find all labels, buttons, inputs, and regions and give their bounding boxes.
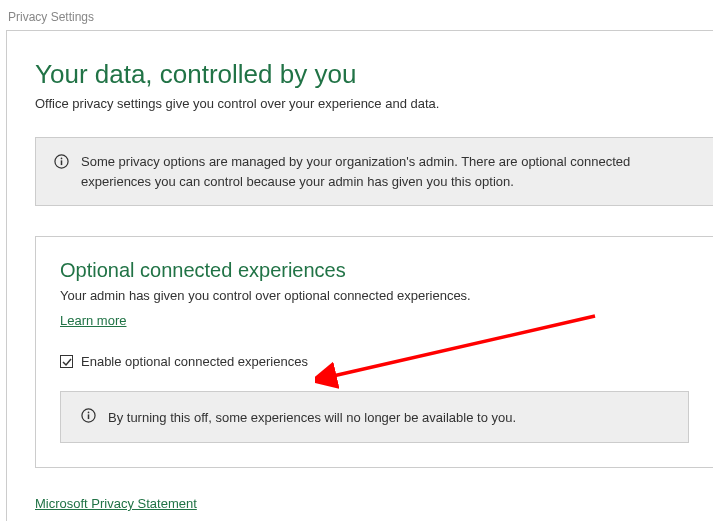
turn-off-notice: By turning this off, some experiences wi… bbox=[60, 391, 689, 443]
svg-rect-2 bbox=[61, 160, 63, 165]
enable-optional-checkbox-row[interactable]: Enable optional connected experiences bbox=[60, 354, 689, 369]
admin-notice-banner: Some privacy options are managed by your… bbox=[35, 137, 713, 206]
info-icon bbox=[54, 154, 69, 172]
optional-experiences-section: Optional connected experiences Your admi… bbox=[35, 236, 713, 468]
svg-rect-5 bbox=[88, 414, 90, 419]
turn-off-notice-text: By turning this off, some experiences wi… bbox=[108, 410, 516, 425]
learn-more-link[interactable]: Learn more bbox=[60, 313, 126, 328]
svg-point-1 bbox=[61, 158, 63, 160]
admin-notice-text: Some privacy options are managed by your… bbox=[81, 152, 695, 191]
enable-optional-checkbox[interactable] bbox=[60, 355, 73, 368]
enable-optional-checkbox-label[interactable]: Enable optional connected experiences bbox=[81, 354, 308, 369]
section-description: Your admin has given you control over op… bbox=[60, 288, 689, 303]
svg-point-4 bbox=[88, 412, 90, 414]
section-heading: Optional connected experiences bbox=[60, 259, 689, 282]
content-panel: Your data, controlled by you Office priv… bbox=[6, 30, 713, 521]
privacy-statement-link[interactable]: Microsoft Privacy Statement bbox=[35, 496, 197, 511]
page-title: Your data, controlled by you bbox=[35, 59, 713, 90]
info-icon bbox=[81, 408, 96, 426]
window-title: Privacy Settings bbox=[0, 0, 713, 30]
page-subtitle: Office privacy settings give you control… bbox=[35, 96, 713, 111]
